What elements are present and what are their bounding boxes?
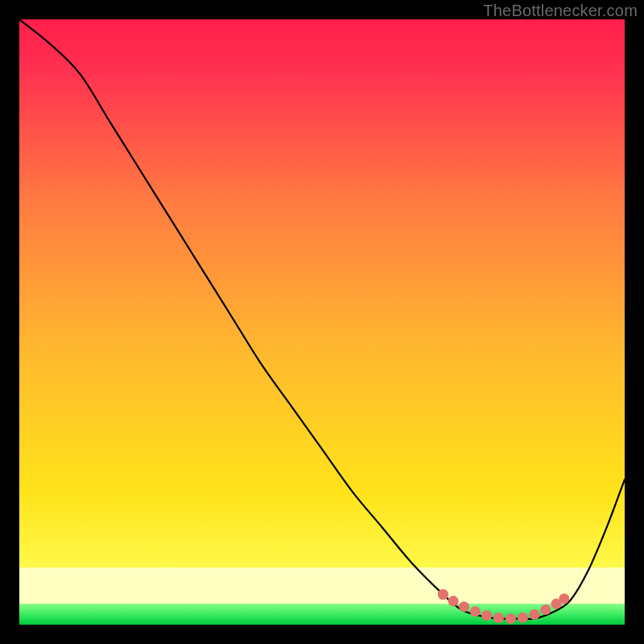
optimal-dot-end	[559, 593, 569, 604]
attribution-text: TheBottlenecker.com	[483, 2, 638, 20]
chart-frame	[19, 19, 625, 625]
gradient-background	[19, 19, 625, 625]
bottleneck-chart	[19, 19, 625, 625]
optimal-dot-end	[438, 589, 448, 600]
